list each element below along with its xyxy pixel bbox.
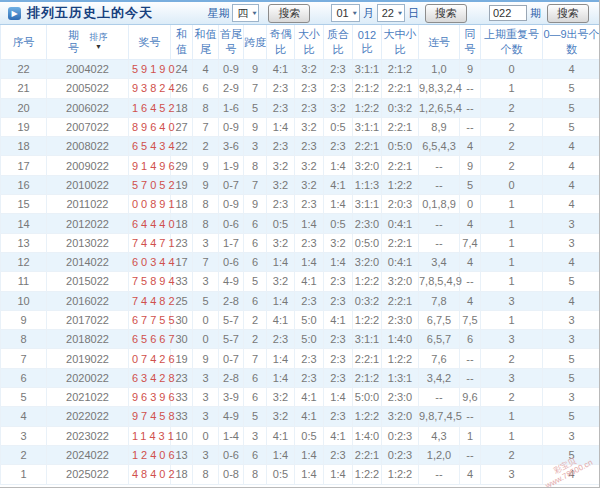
cell: 2-9 bbox=[219, 79, 244, 98]
table-row: 22024022124061330-661:41:42:32:2:10:2:31… bbox=[1, 445, 600, 464]
weekday-select[interactable]: 四 ▾ bbox=[232, 4, 259, 22]
cell: 3 bbox=[193, 368, 219, 387]
cell: 2004022 bbox=[47, 60, 129, 79]
cell: 2 bbox=[481, 98, 543, 117]
cell: 1,2,0 bbox=[419, 445, 460, 464]
cell: 2009022 bbox=[47, 156, 129, 175]
cell: 0 bbox=[193, 426, 219, 445]
col-header-1: 期号排序▼ bbox=[47, 25, 129, 60]
cell: 6 bbox=[244, 233, 267, 252]
cell: 0 bbox=[481, 175, 543, 194]
cell: 5 bbox=[460, 175, 481, 194]
cell: 1:2:2 bbox=[382, 465, 419, 484]
cell: 5 bbox=[543, 79, 600, 98]
cell: 5:0:0 bbox=[353, 388, 382, 407]
cell: 2 bbox=[481, 445, 543, 464]
cell: 3:2 bbox=[295, 117, 324, 136]
cell: 0:4:1 bbox=[382, 252, 419, 271]
cell: 0:5:0 bbox=[382, 137, 419, 156]
cell: 8 bbox=[193, 214, 219, 233]
cell: 2 bbox=[1, 445, 47, 464]
col-header-12: 连号 bbox=[419, 25, 460, 60]
month-select[interactable]: 01 ▾ bbox=[331, 4, 359, 22]
cell: 5 bbox=[543, 98, 600, 117]
cell: 14 bbox=[1, 214, 47, 233]
cell: 2 bbox=[244, 310, 267, 329]
cell: 0:3:2 bbox=[382, 98, 419, 117]
cell: 2:3 bbox=[324, 60, 353, 79]
cell: 96396 bbox=[129, 388, 171, 407]
cell: 5-7 bbox=[219, 310, 244, 329]
cell: 5 bbox=[244, 407, 267, 426]
table-header: 序号期号排序▼奖号和值和值尾首尾号跨度奇偶比大小比质合比012比大中小比连号同号… bbox=[1, 25, 600, 60]
col-header-2: 奖号 bbox=[129, 25, 171, 60]
cell: 48402 bbox=[129, 465, 171, 484]
cell: 4 bbox=[193, 60, 219, 79]
cell: 2:3 bbox=[295, 137, 324, 156]
cell: 2:3 bbox=[295, 368, 324, 387]
cell: 7 bbox=[1, 349, 47, 368]
cell: -- bbox=[460, 349, 481, 368]
cell: 0-9 bbox=[219, 195, 244, 214]
cell: 0:2:3 bbox=[382, 426, 419, 445]
cell: 2 bbox=[481, 156, 543, 175]
cell: 2:2:1 bbox=[382, 79, 419, 98]
table-row: 162010022570521990-773:23:24:11:1:31:2:2… bbox=[1, 175, 600, 194]
title-bar: ▶ 排列五历史上的今天 星期 四 ▾ 搜索 01 ▾ 月 22 ▾ bbox=[0, 0, 599, 25]
cell: 9 bbox=[460, 60, 481, 79]
cell: 8,9 bbox=[419, 117, 460, 136]
cell: 2:3 bbox=[295, 349, 324, 368]
cell: 2:0:3 bbox=[382, 195, 419, 214]
cell: 4 bbox=[460, 214, 481, 233]
cell: 6 bbox=[460, 330, 481, 349]
issue-search-button[interactable]: 搜索 bbox=[547, 4, 589, 23]
cell: 3 bbox=[543, 214, 600, 233]
cell: 2022022 bbox=[47, 407, 129, 426]
cell: 1-6 bbox=[219, 98, 244, 117]
cell: 2:3 bbox=[295, 98, 324, 117]
cell: 2:3 bbox=[267, 79, 295, 98]
cell: 6,5,7 bbox=[419, 330, 460, 349]
cell: 8 bbox=[193, 195, 219, 214]
cell: 1 bbox=[481, 426, 543, 445]
issue-input[interactable] bbox=[489, 5, 527, 21]
cell: 2:3 bbox=[324, 291, 353, 310]
cell: 9 bbox=[193, 349, 219, 368]
cell: 9 bbox=[193, 156, 219, 175]
cell: 2:3 bbox=[324, 137, 353, 156]
table-row: 112015022758943334-953:24:12:31:2:23:2:0… bbox=[1, 272, 600, 291]
cell: 2 bbox=[481, 117, 543, 136]
cell: 2:1:2 bbox=[382, 60, 419, 79]
col-header-11: 大中小比 bbox=[382, 25, 419, 60]
cell: 3 bbox=[1, 426, 47, 445]
cell: 9 bbox=[1, 310, 47, 329]
cell: 2016022 bbox=[47, 291, 129, 310]
day-select[interactable]: 22 ▾ bbox=[377, 4, 405, 22]
cell: 3:2 bbox=[295, 156, 324, 175]
cell: 2:3 bbox=[295, 233, 324, 252]
table-row: 72019022074261990-771:42:32:32:2:11:2:27… bbox=[1, 349, 600, 368]
weekday-search-button[interactable]: 搜索 bbox=[268, 4, 310, 23]
cell: 3:2 bbox=[295, 60, 324, 79]
sort-control[interactable]: 排序▼ bbox=[90, 33, 108, 51]
cell: 1:2:2 bbox=[382, 349, 419, 368]
cell: 4:1 bbox=[267, 426, 295, 445]
cell: 2011022 bbox=[47, 195, 129, 214]
cell: 3:2 bbox=[295, 175, 324, 194]
cell: 4 bbox=[543, 195, 600, 214]
lottery-history-page: ▶ 排列五历史上的今天 星期 四 ▾ 搜索 01 ▾ 月 22 ▾ bbox=[0, 0, 600, 488]
cell: 5 bbox=[193, 291, 219, 310]
cell: 4:1 bbox=[324, 426, 353, 445]
date-search-button[interactable]: 搜索 bbox=[425, 4, 467, 23]
cell: 6 bbox=[244, 252, 267, 271]
cell: 4:1 bbox=[324, 175, 353, 194]
table-row: 182008022654342223-632:32:32:32:2:10:5:0… bbox=[1, 137, 600, 156]
cell: 6,7,5 bbox=[419, 310, 460, 329]
cell: 6 bbox=[193, 79, 219, 98]
cell: 1 bbox=[481, 272, 543, 291]
cell: 6,5,4,3 bbox=[419, 137, 460, 156]
cell: 0-8 bbox=[219, 465, 244, 484]
cell: 59190 bbox=[129, 60, 171, 79]
cell: 1:4 bbox=[267, 349, 295, 368]
table-row: 62020022634282332-861:42:32:32:1:21:3:13… bbox=[1, 368, 600, 387]
